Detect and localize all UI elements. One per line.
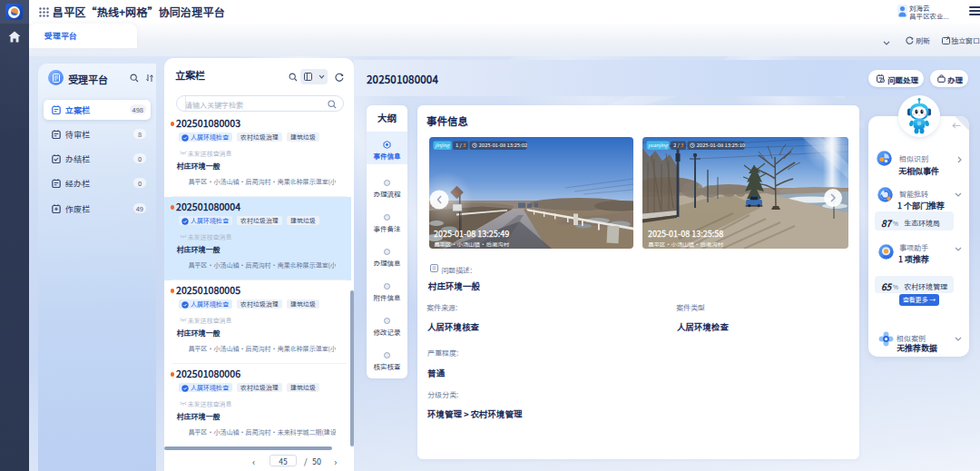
svg-text:3: 3: [681, 141, 683, 149]
svg-text:3: 3: [463, 141, 466, 149]
svg-text:2 /: 2 /: [673, 141, 681, 149]
svg-text:1 /: 1 /: [456, 141, 463, 149]
svg-text:2025-01-08 13:25:49: 2025-01-08 13:25:49: [434, 228, 509, 240]
svg-text:2025-01-08 13:25:10: 2025-01-08 13:25:10: [697, 141, 746, 149]
svg-text:jinjing: jinjing: [435, 142, 451, 149]
svg-text:昌平区·小汤山镇·后蔺沟村: 昌平区·小汤山镇·后蔺沟村: [434, 240, 510, 249]
svg-text:2025-01-08 13:25:02: 2025-01-08 13:25:02: [479, 141, 528, 149]
svg-text:yuanjing: yuanjing: [647, 142, 669, 149]
svg-text:昌平区·小汤山镇·后蔺沟村: 昌平区·小汤山镇·后蔺沟村: [648, 240, 724, 249]
svg-text:2025-01-08 13:25:58: 2025-01-08 13:25:58: [648, 228, 723, 240]
